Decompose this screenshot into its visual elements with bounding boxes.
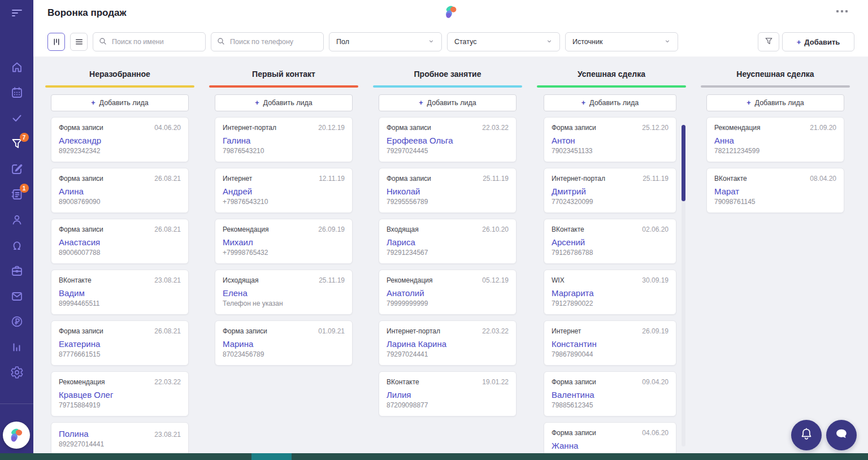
lead-name[interactable]: Арсений <box>552 237 669 247</box>
add-lead-button[interactable]: + Добавить лида <box>706 94 844 111</box>
add-lead-button[interactable]: + Добавить лида <box>379 94 517 111</box>
lead-card[interactable]: Интернет-портал20.12.19 Галина 798765432… <box>215 117 353 162</box>
card-list: Рекомендация21.09.20 Анна 782121234599 В… <box>706 117 844 213</box>
lead-name[interactable]: Галина <box>223 136 345 145</box>
lead-card[interactable]: ВКонтакте02.06.20 Арсений 79126786788 <box>544 219 676 264</box>
home-icon[interactable] <box>10 60 24 74</box>
lead-card[interactable]: Форма записи25.11.19 Николай 79295556789 <box>379 168 517 213</box>
chevron-down-icon <box>664 37 671 47</box>
lead-card[interactable]: Входящая26.10.20 Лариса 79291234567 <box>379 219 517 264</box>
lead-name[interactable]: Жанна <box>552 441 669 450</box>
lead-name[interactable]: Алина <box>59 186 181 196</box>
lead-date: 04.06.20 <box>154 124 181 132</box>
lead-card[interactable]: ВКонтакте23.08.21 Вадим 89994465511 <box>51 270 189 315</box>
lead-card[interactable]: Рекомендация21.09.20 Анна 782121234599 <box>706 117 844 162</box>
filter-button[interactable] <box>758 32 779 51</box>
lead-name[interactable]: Ларина Карина <box>387 339 509 349</box>
list-view-toggle[interactable] <box>70 33 88 51</box>
sidebar-logo[interactable] <box>3 422 30 449</box>
column-scrollbar-thumb[interactable] <box>682 125 685 201</box>
column-scrollbar-track[interactable] <box>682 125 685 446</box>
add-lead-label: Добавить лида <box>589 99 639 107</box>
calendar-icon[interactable] <box>10 86 24 99</box>
lead-name[interactable]: Марат <box>714 186 836 196</box>
more-menu-icon[interactable] <box>836 10 848 12</box>
face-icon[interactable] <box>10 238 24 252</box>
lead-date: 21.09.20 <box>810 124 836 132</box>
lead-name[interactable]: Дмитрий <box>552 186 669 196</box>
lead-name[interactable]: Анастасия <box>59 237 181 247</box>
notifications-button[interactable] <box>791 420 822 450</box>
briefcase-icon[interactable] <box>10 264 24 277</box>
lead-card[interactable]: Рекомендация22.03.22 Кравцев Олег 797158… <box>51 371 189 416</box>
lead-name[interactable]: Кравцев Олег <box>59 390 181 400</box>
user-icon[interactable] <box>10 213 24 227</box>
lead-name[interactable]: Анна <box>714 136 836 145</box>
lead-name[interactable]: Лариса <box>387 237 509 247</box>
lead-name[interactable]: Полина <box>59 429 89 439</box>
sort-menu-icon[interactable] <box>0 6 33 19</box>
lead-name[interactable]: Михаил <box>223 237 345 247</box>
gender-filter-select[interactable]: Пол <box>329 32 442 51</box>
search-name-input[interactable] <box>93 32 206 51</box>
lead-name[interactable]: Андрей <box>223 186 345 196</box>
ruble-icon[interactable] <box>10 315 24 328</box>
mail-icon[interactable] <box>10 289 24 303</box>
source-filter-select[interactable]: Источник <box>565 32 678 51</box>
lead-card[interactable]: Форма записи26.08.21 Екатерина 877766615… <box>51 320 189 366</box>
status-filter-select[interactable]: Статус <box>447 32 560 51</box>
lead-card[interactable]: Форма записи25.12.20 Антон 79023451133 <box>544 117 676 162</box>
lead-name[interactable]: Ерофеева Ольга <box>387 136 509 145</box>
add-lead-button[interactable]: + Добавить лида <box>215 94 353 111</box>
lead-card[interactable]: WIX30.09.19 Маргарита 79127890022 <box>544 270 676 315</box>
lead-card[interactable]: ВКонтакте08.04.20 Марат 79098761145 <box>706 168 844 213</box>
lead-card[interactable]: Интернет26.09.19 Константин 79867890044 <box>544 320 676 366</box>
lead-card[interactable]: Форма записи04.06.20 Александр 892923423… <box>51 117 189 162</box>
funnel-nav-icon[interactable]: 7 <box>10 137 24 150</box>
kanban-view-toggle[interactable] <box>47 33 65 51</box>
lead-card[interactable]: Рекомендация26.09.19 Михаил +79998765432 <box>215 219 353 264</box>
lead-name[interactable]: Вадим <box>59 288 181 298</box>
lead-name[interactable]: Марина <box>223 339 345 349</box>
lead-card[interactable]: Исходящая25.11.19 Елена Телефон не указа… <box>215 270 353 315</box>
lead-name[interactable]: Лилия <box>387 390 509 400</box>
lead-phone: 892927014441 <box>59 440 181 448</box>
lead-name[interactable]: Валентина <box>552 390 669 400</box>
horizontal-scrollbar-track[interactable] <box>0 453 868 460</box>
search-phone-input[interactable] <box>211 32 324 51</box>
lead-card[interactable]: Форма записи22.03.22 Ерофеева Ольга 7929… <box>379 117 517 162</box>
lead-card[interactable]: Полина23.08.21 892927014441 <box>51 422 189 453</box>
add-lead-button[interactable]: + Добавить лида <box>544 94 676 111</box>
horizontal-scrollbar-thumb[interactable] <box>251 453 292 460</box>
column-successful-deal: Успешная сделка + Добавить лида Форма за… <box>537 64 686 453</box>
lead-card[interactable]: Интернет12.11.19 Андрей +79876543210 <box>215 168 353 213</box>
lead-card[interactable]: Интернет-портал22.03.22 Ларина Карина 79… <box>379 320 517 366</box>
lead-phone: 89994465511 <box>59 300 181 307</box>
lead-name[interactable]: Маргарита <box>552 288 669 298</box>
compose-icon[interactable] <box>10 162 24 176</box>
lead-phone: 79885612345 <box>552 401 669 409</box>
notes-icon[interactable]: 1 <box>10 188 24 201</box>
lead-name[interactable]: Александр <box>59 136 181 145</box>
stats-icon[interactable] <box>10 340 24 354</box>
add-lead-button[interactable]: + Добавить лида <box>51 94 189 111</box>
chat-button[interactable] <box>826 420 857 450</box>
add-button[interactable]: + Добавить <box>782 32 854 51</box>
lead-name[interactable]: Константин <box>552 339 669 349</box>
lead-card[interactable]: ВКонтакте19.01.22 Лилия 87209098877 <box>379 371 517 416</box>
lead-phone: 79715884919 <box>59 401 181 409</box>
gear-icon[interactable] <box>10 366 24 379</box>
lead-card[interactable]: Форма записи26.08.21 Алина 89008769090 <box>51 168 189 213</box>
lead-name[interactable]: Екатерина <box>59 339 181 349</box>
lead-name[interactable]: Анатолий <box>387 288 509 298</box>
lead-name[interactable]: Елена <box>223 288 345 298</box>
lead-name[interactable]: Николай <box>387 186 509 196</box>
lead-card[interactable]: Форма записи01.09.21 Марина 87023456789 <box>215 320 353 366</box>
lead-card[interactable]: Форма записи04.06.20 Жанна 79567890011 <box>544 422 676 453</box>
lead-card[interactable]: Форма записи26.08.21 Анастасия 890060077… <box>51 219 189 264</box>
lead-card[interactable]: Рекомендация05.12.19 Анатолий 7999999999… <box>379 270 517 315</box>
lead-card[interactable]: Форма записи09.04.20 Валентина 798856123… <box>544 371 676 416</box>
lead-card[interactable]: Интернет-портал25.11.19 Дмитрий 77024320… <box>544 168 676 213</box>
lead-name[interactable]: Антон <box>552 136 669 145</box>
check-icon[interactable] <box>10 111 24 125</box>
